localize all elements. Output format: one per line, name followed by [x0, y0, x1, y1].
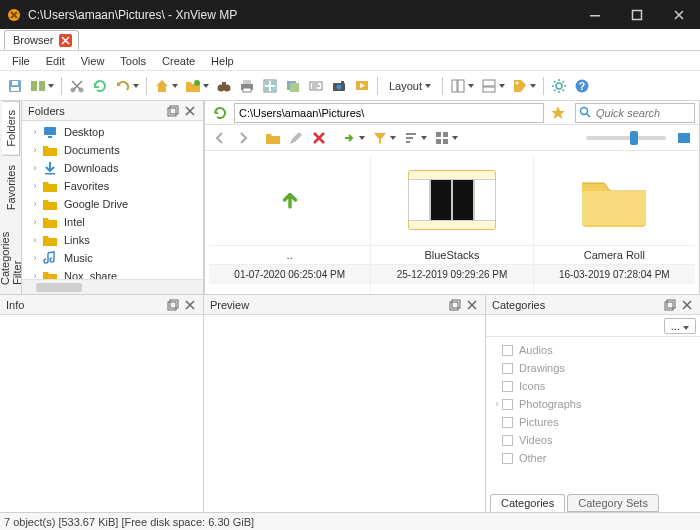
goto-icon[interactable] [338, 127, 368, 149]
close-icon[interactable] [59, 34, 72, 47]
folder-icon[interactable] [262, 127, 284, 149]
delete-icon[interactable] [308, 127, 330, 149]
batch-convert-icon[interactable] [282, 75, 304, 97]
category-item[interactable]: ›Photographs [490, 395, 696, 413]
checkbox[interactable] [502, 435, 513, 446]
viewmode-icon[interactable] [431, 127, 461, 149]
favorite-star-icon[interactable] [547, 102, 569, 124]
category-item[interactable]: Audios [490, 341, 696, 359]
category-item[interactable]: Videos [490, 431, 696, 449]
open-folder-icon[interactable] [182, 75, 212, 97]
checkbox[interactable] [502, 399, 513, 410]
tab-browser[interactable]: Browser [4, 30, 79, 50]
tree-item[interactable]: ›Google Drive [22, 195, 203, 213]
save-icon[interactable] [4, 75, 26, 97]
undock-icon[interactable] [166, 104, 180, 118]
thumbnail-item[interactable]: BlueStacks25-12-2019 09:29:26 PM [371, 155, 533, 294]
expand-icon[interactable]: › [30, 127, 40, 137]
filter-icon[interactable] [369, 127, 399, 149]
tree-item[interactable]: ›Documents [22, 141, 203, 159]
panel-close-icon[interactable] [680, 298, 694, 312]
category-item[interactable]: Other [490, 449, 696, 467]
cut-icon[interactable] [66, 75, 88, 97]
close-button[interactable] [658, 0, 700, 29]
settings-icon[interactable] [548, 75, 570, 97]
expand-icon[interactable]: › [30, 271, 40, 279]
sidetab-favorites[interactable]: Favorites [2, 156, 20, 219]
minimize-button[interactable] [574, 0, 616, 29]
home-icon[interactable] [151, 75, 181, 97]
compare-icon[interactable] [27, 75, 57, 97]
tree-item[interactable]: ›Nox_share [22, 267, 203, 279]
refresh-icon[interactable] [89, 75, 111, 97]
reload-icon[interactable] [209, 102, 231, 124]
horizontal-scrollbar[interactable] [22, 279, 203, 294]
tag-icon[interactable] [509, 75, 539, 97]
undo-icon[interactable] [112, 75, 142, 97]
tree-item[interactable]: ›Desktop [22, 123, 203, 141]
undock-icon[interactable] [166, 298, 180, 312]
tree-item[interactable]: ›Downloads [22, 159, 203, 177]
menu-file[interactable]: File [4, 53, 38, 69]
pen-icon[interactable] [285, 127, 307, 149]
camera-icon[interactable] [328, 75, 350, 97]
expand-icon[interactable]: › [30, 181, 40, 191]
menu-create[interactable]: Create [154, 53, 203, 69]
expand-icon[interactable]: › [30, 199, 40, 209]
panel-close-icon[interactable] [183, 104, 197, 118]
address-input[interactable] [234, 103, 544, 123]
binoculars-icon[interactable] [213, 75, 235, 97]
undock-icon[interactable] [663, 298, 677, 312]
menu-edit[interactable]: Edit [38, 53, 73, 69]
back-icon[interactable] [209, 127, 231, 149]
printer-icon[interactable] [236, 75, 258, 97]
checkbox[interactable] [502, 363, 513, 374]
expand-icon[interactable]: › [30, 217, 40, 227]
checkbox[interactable] [502, 381, 513, 392]
category-item[interactable]: Drawings [490, 359, 696, 377]
category-item[interactable]: Pictures [490, 413, 696, 431]
tree-item[interactable]: ›Favorites [22, 177, 203, 195]
search-input[interactable] [575, 103, 695, 123]
sidetab-categories-filter[interactable]: Categories Filter [0, 219, 26, 294]
thumbnail-item[interactable]: Camera Roll16-03-2019 07:28:04 PM [534, 155, 695, 294]
slideshow-icon[interactable] [351, 75, 373, 97]
fullscreen-icon[interactable] [673, 127, 695, 149]
menu-help[interactable]: Help [203, 53, 242, 69]
sort-icon[interactable] [400, 127, 430, 149]
thumbnail-grid[interactable]: ..01-07-2020 06:25:04 PMBlueStacks25-12-… [205, 151, 699, 294]
thumbnail-item[interactable]: ..01-07-2020 06:25:04 PM [209, 155, 371, 294]
panel-layout-1-icon[interactable] [447, 75, 477, 97]
help-icon[interactable]: ? [571, 75, 593, 97]
categories-more-button[interactable]: ... [664, 318, 696, 334]
layout-dropdown[interactable]: Layout [382, 75, 438, 97]
undock-icon[interactable] [448, 298, 462, 312]
category-list[interactable]: AudiosDrawingsIcons›PhotographsPicturesV… [486, 337, 700, 490]
tab-categories[interactable]: Categories [490, 494, 565, 512]
contact-sheet-icon[interactable] [259, 75, 281, 97]
menu-view[interactable]: View [73, 53, 113, 69]
checkbox[interactable] [502, 417, 513, 428]
checkbox[interactable] [502, 345, 513, 356]
tree-item[interactable]: ›Links [22, 231, 203, 249]
tree-item[interactable]: ›Music [22, 249, 203, 267]
sidetab-folders[interactable]: Folders [2, 101, 20, 156]
panel-layout-2-icon[interactable] [478, 75, 508, 97]
thumbnail-size-slider[interactable] [586, 136, 666, 140]
tab-category-sets[interactable]: Category Sets [567, 494, 659, 512]
expand-icon[interactable]: › [30, 253, 40, 263]
expand-icon[interactable]: › [30, 145, 40, 155]
tree-item[interactable]: ›Intel [22, 213, 203, 231]
expand-icon[interactable]: › [30, 163, 40, 173]
category-item[interactable]: Icons [490, 377, 696, 395]
folder-tree[interactable]: ›Desktop›Documents›Downloads›Favorites›G… [22, 121, 203, 279]
panel-close-icon[interactable] [465, 298, 479, 312]
checkbox[interactable] [502, 453, 513, 464]
forward-icon[interactable] [232, 127, 254, 149]
menu-tools[interactable]: Tools [112, 53, 154, 69]
expand-icon[interactable]: › [492, 399, 502, 409]
batch-rename-icon[interactable] [305, 75, 327, 97]
maximize-button[interactable] [616, 0, 658, 29]
expand-icon[interactable]: › [30, 235, 40, 245]
panel-close-icon[interactable] [183, 298, 197, 312]
